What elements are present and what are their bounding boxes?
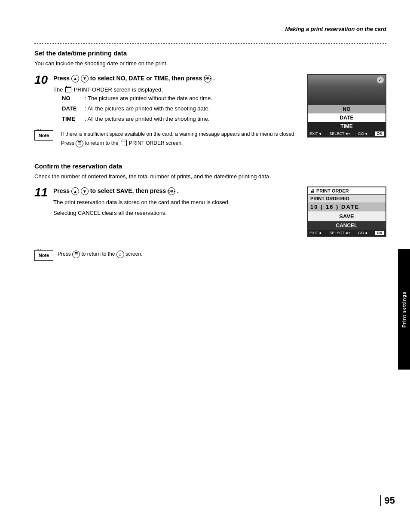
exit-label-1: EXIT◄ — [309, 131, 322, 136]
step-11-number: 11 — [34, 187, 50, 199]
step-10-select-text: to select NO, DATE or TIME, then press — [90, 75, 204, 82]
menu-btn-note1: ☰ — [76, 140, 83, 147]
photo-area: ↙ — [308, 75, 386, 105]
po-save-row: SAVE — [308, 211, 386, 221]
screen-bottom-bar-1: EXIT◄ SELECT◄÷ GO◄ OK — [308, 131, 386, 137]
def-no-term: NO — [62, 94, 81, 103]
ok-label-1: OK — [375, 131, 384, 136]
side-tab: Print settings — [398, 249, 410, 370]
select-label-1: SELECT◄÷ — [330, 131, 351, 136]
def-no-desc: : The pictures are printed without the d… — [85, 94, 302, 103]
ok-btn-11: OK● — [168, 187, 175, 195]
step-10-screen: ↙ NO DATE TIME EXIT◄ SELECT◄÷ GO◄ OK — [307, 74, 386, 138]
step-11-row: 11 Press ▲ ▼ to select SAVE, then press … — [34, 187, 386, 237]
print-order-icon — [65, 87, 71, 92]
note-bullet-2: Press ☰ to return to the PRINT ORDER scr… — [61, 139, 302, 147]
step-10-details: The PRINT ORDER screen is displayed. NO … — [53, 86, 302, 124]
step-11-details: The print reservation data is stored on … — [53, 198, 302, 218]
bottom-divider — [34, 243, 386, 243]
note-content-2: Press ☰ to return to the ⌂ screen. — [58, 250, 386, 258]
note-content-1: If there is insufficient space available… — [58, 130, 302, 149]
step-10-number: 10 — [34, 74, 50, 86]
step-10-detail1: The PRINT ORDER screen is displayed. — [53, 86, 302, 95]
page-header-title: Making a print reservation on the card — [285, 26, 387, 32]
note-box-2: Note Press ☰ to return to the ⌂ screen. — [34, 250, 386, 261]
main-content: Set the date/time printing data You can … — [34, 43, 386, 515]
page-container: Making a print reservation on the card P… — [0, 0, 410, 532]
menu-no: NO — [308, 105, 386, 113]
down-arrow-btn-11: ▼ — [81, 187, 89, 195]
section1-description: You can include the shooting date or tim… — [34, 59, 386, 68]
po-row-1: PRINT ORDERED — [308, 195, 386, 202]
def-time-desc: : All the pictures are printed with the … — [85, 115, 302, 124]
po-cancel-row: CANCEL — [308, 221, 386, 230]
screen-photo: ↙ — [308, 75, 386, 105]
def-time: TIME : All the pictures are printed with… — [62, 115, 302, 124]
step-11-end: . — [177, 187, 179, 194]
section1-heading: Set the date/time printing data — [34, 49, 386, 57]
side-tab-label: Print settings — [401, 291, 407, 327]
down-arrow-btn: ▼ — [81, 75, 89, 83]
home-btn-note2: ⌂ — [116, 251, 124, 258]
section2-heading: Confirm the reservation data — [34, 162, 386, 170]
menu-date: DATE — [308, 113, 386, 122]
step-11-detail2: Selecting CANCEL clears all the reservat… — [53, 209, 302, 218]
step-11-left: 11 Press ▲ ▼ to select SAVE, then press … — [34, 187, 302, 222]
step-10-left: 10 Press ▲ ▼ to select NO, DATE or TIME,… — [34, 74, 302, 154]
menu-time: TIME — [308, 122, 386, 131]
step-10-press: Press — [53, 75, 70, 82]
go-label-2: GO◄ — [358, 231, 368, 235]
po-icon: 🖨 — [310, 189, 315, 193]
def-time-term: TIME — [62, 115, 81, 124]
select-label-2: SELECT◄÷ — [330, 231, 351, 235]
po-header-row: 🖨 PRINT ORDER — [308, 187, 386, 195]
note-label-1: Note — [34, 130, 53, 141]
step-11-detail1: The print reservation data is stored on … — [53, 198, 302, 207]
menu-btn-note2: ☰ — [72, 251, 80, 258]
go-label-1: GO◄ — [358, 131, 368, 136]
section-divider — [34, 43, 386, 44]
section-confirm: Confirm the reservation data Check the n… — [34, 162, 386, 261]
step-11-select-text: to select SAVE, then press — [90, 187, 168, 194]
step-10-instruction: Press ▲ ▼ to select NO, DATE or TIME, th… — [53, 74, 302, 83]
up-arrow-btn-11: ▲ — [71, 187, 79, 195]
arrow-icon: ↙ — [377, 76, 384, 83]
po-header-text: PRINT ORDER — [316, 188, 349, 193]
ok-label-2: OK — [375, 231, 384, 235]
step-10-end: . — [213, 75, 215, 82]
step-10-row: 10 Press ▲ ▼ to select NO, DATE or TIME,… — [34, 74, 386, 154]
print-icon-note — [121, 141, 127, 146]
def-date: DATE : All the pictures are printed with… — [62, 104, 302, 113]
def-date-term: DATE — [62, 104, 81, 113]
no-date-time-list: NO : The pictures are printed without th… — [62, 94, 302, 123]
def-no: NO : The pictures are printed without th… — [62, 94, 302, 103]
step-11-container: 11 Press ▲ ▼ to select SAVE, then press … — [34, 187, 302, 218]
up-arrow-btn: ▲ — [71, 75, 79, 83]
ok-btn-10: OK● — [204, 75, 211, 83]
step-11-content: Press ▲ ▼ to select SAVE, then press OK●… — [53, 187, 302, 218]
step-10-content: Press ▲ ▼ to select NO, DATE or TIME, th… — [53, 74, 302, 125]
step-11-press: Press — [53, 187, 70, 194]
note-bullet-1: If there is insufficient space available… — [61, 130, 302, 138]
step-10-container: 10 Press ▲ ▼ to select NO, DATE or TIME,… — [34, 74, 302, 125]
note-label-2: Note — [34, 250, 53, 261]
section-date-time: Set the date/time printing data You can … — [34, 49, 386, 154]
po-row-2: 10 ( 16 ) DATE — [308, 202, 386, 211]
exit-label-2: EXIT◄ — [309, 231, 322, 235]
screen-bottom-bar-2: EXIT◄ SELECT◄÷ GO◄ OK — [308, 230, 386, 236]
note-box-1: Note If there is insufficient space avai… — [34, 130, 302, 149]
step-11-screen: 🖨 PRINT ORDER PRINT ORDERED 10 ( 16 ) DA… — [307, 187, 386, 237]
def-date-desc: : All the pictures are printed with the … — [85, 104, 302, 113]
section2-description: Check the number of ordered frames, the … — [34, 172, 386, 181]
step-11-instruction: Press ▲ ▼ to select SAVE, then press OK●… — [53, 187, 302, 196]
